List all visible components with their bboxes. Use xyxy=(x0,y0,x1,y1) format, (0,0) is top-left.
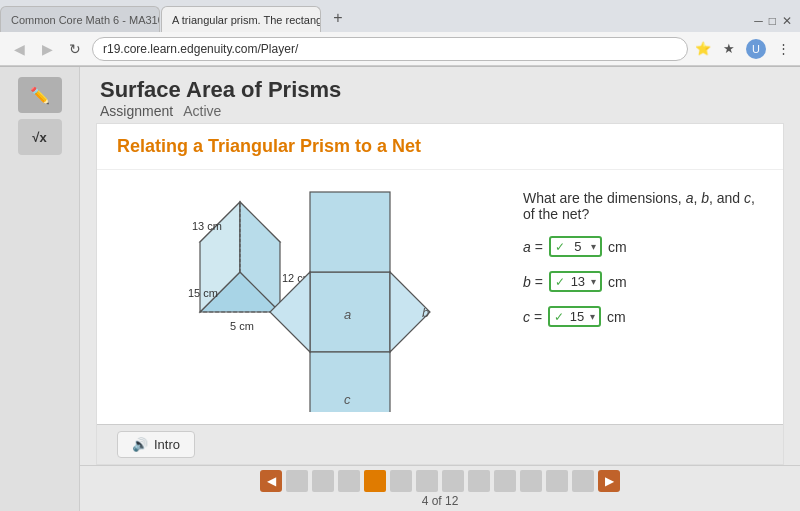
diagram-svg: 13 cm 12 cm 15 cm 5 cm xyxy=(170,182,450,412)
page: ✏️ √x Surface Area of Prisms Assignment … xyxy=(0,67,800,511)
dot-3[interactable] xyxy=(338,470,360,492)
label-a: a = xyxy=(523,239,543,255)
content-header: Surface Area of Prisms Assignment Active xyxy=(80,67,800,123)
card-title: Relating a Triangular Prism to a Net xyxy=(117,136,763,157)
svg-text:a: a xyxy=(344,307,351,322)
unit-a: cm xyxy=(608,239,627,255)
bottom-nav: ◀ ▶ 4 of 12 xyxy=(80,465,800,511)
pencil-tool[interactable]: ✏️ xyxy=(18,77,62,113)
forward-button[interactable]: ▶ xyxy=(36,38,58,60)
answer-row-c: c = ✓ 15 ▾ cm xyxy=(523,306,763,327)
main-content: Surface Area of Prisms Assignment Active… xyxy=(80,67,800,511)
prev-page-button[interactable]: ◀ xyxy=(260,470,282,492)
label-b: b = xyxy=(523,274,543,290)
question-text: What are the dimensions, a, b, and c, of… xyxy=(523,190,763,222)
answer-row-a: a = ✓ 5 ▾ cm xyxy=(523,236,763,257)
page-subtitle: Assignment Active xyxy=(100,103,780,119)
dropdown-c[interactable]: ▾ xyxy=(590,311,595,322)
tab-bar: Common Core Math 6 - MA310... ✕ A triang… xyxy=(0,0,800,32)
value-b: 13 xyxy=(569,274,587,289)
unit-b: cm xyxy=(608,274,627,290)
card-body: 13 cm 12 cm 15 cm 5 cm xyxy=(97,170,783,424)
sidebar: ✏️ √x xyxy=(0,67,80,511)
address-text: r19.core.learn.edgenuity.com/Player/ xyxy=(103,42,298,56)
check-b: ✓ xyxy=(555,275,565,289)
check-c: ✓ xyxy=(554,310,564,324)
active-badge: Active xyxy=(183,103,221,119)
close-window-button[interactable]: ✕ xyxy=(782,14,792,28)
back-button[interactable]: ◀ xyxy=(8,38,30,60)
maximize-button[interactable]: □ xyxy=(769,14,776,28)
dot-4[interactable] xyxy=(364,470,386,492)
page-count: 4 of 12 xyxy=(422,494,459,508)
svg-text:5 cm: 5 cm xyxy=(230,320,254,332)
tab-1[interactable]: Common Core Math 6 - MA310... ✕ xyxy=(0,6,160,32)
intro-button[interactable]: 🔊 Intro xyxy=(117,431,195,458)
extension-icon[interactable]: ⭐ xyxy=(694,40,712,58)
dropdown-b[interactable]: ▾ xyxy=(591,276,596,287)
profile-icon[interactable]: U xyxy=(746,39,766,59)
dot-7[interactable] xyxy=(442,470,464,492)
intro-label: Intro xyxy=(154,437,180,452)
answer-box-a[interactable]: ✓ 5 ▾ xyxy=(549,236,602,257)
new-tab-button[interactable]: + xyxy=(326,6,350,30)
refresh-button[interactable]: ↻ xyxy=(64,38,86,60)
dot-8[interactable] xyxy=(468,470,490,492)
menu-icon[interactable]: ⋮ xyxy=(774,40,792,58)
footer-bar: 🔊 Intro xyxy=(97,424,783,464)
minimize-button[interactable]: ─ xyxy=(754,14,763,28)
tab-2-label: A triangular prism. The rectang... xyxy=(172,14,321,26)
check-a: ✓ xyxy=(555,240,565,254)
tab-1-label: Common Core Math 6 - MA310... xyxy=(11,14,160,26)
svg-text:c: c xyxy=(344,392,351,407)
dot-6[interactable] xyxy=(416,470,438,492)
next-page-button[interactable]: ▶ xyxy=(598,470,620,492)
bookmark-icon[interactable]: ★ xyxy=(720,40,738,58)
svg-rect-11 xyxy=(310,192,390,272)
calculator-tool[interactable]: √x xyxy=(18,119,62,155)
answer-box-b[interactable]: ✓ 13 ▾ xyxy=(549,271,602,292)
dot-12[interactable] xyxy=(572,470,594,492)
page-dots: ◀ ▶ xyxy=(260,470,620,492)
tab-2[interactable]: A triangular prism. The rectang... ✕ xyxy=(161,6,321,32)
content-card: Relating a Triangular Prism to a Net xyxy=(96,123,784,465)
dropdown-a[interactable]: ▾ xyxy=(591,241,596,252)
dot-11[interactable] xyxy=(546,470,568,492)
unit-c: cm xyxy=(607,309,626,325)
address-bar[interactable]: r19.core.learn.edgenuity.com/Player/ xyxy=(92,37,688,61)
dot-9[interactable] xyxy=(494,470,516,492)
answer-row-b: b = ✓ 13 ▾ cm xyxy=(523,271,763,292)
label-c: c = xyxy=(523,309,542,325)
svg-text:13 cm: 13 cm xyxy=(192,220,222,232)
card-header: Relating a Triangular Prism to a Net xyxy=(97,124,783,170)
value-a: 5 xyxy=(569,239,587,254)
speaker-icon: 🔊 xyxy=(132,437,148,452)
diagram-area: 13 cm 12 cm 15 cm 5 cm xyxy=(117,180,503,414)
nav-bar: ◀ ▶ ↻ r19.core.learn.edgenuity.com/Playe… xyxy=(0,32,800,66)
browser-chrome: Common Core Math 6 - MA310... ✕ A triang… xyxy=(0,0,800,67)
svg-text:15 cm: 15 cm xyxy=(188,287,218,299)
question-area: What are the dimensions, a, b, and c, of… xyxy=(523,180,763,414)
dot-1[interactable] xyxy=(286,470,308,492)
svg-text:b: b xyxy=(422,305,429,320)
answer-box-c[interactable]: ✓ 15 ▾ xyxy=(548,306,601,327)
page-title: Surface Area of Prisms xyxy=(100,77,780,103)
dot-2[interactable] xyxy=(312,470,334,492)
value-c: 15 xyxy=(568,309,586,324)
dot-10[interactable] xyxy=(520,470,542,492)
assignment-label: Assignment xyxy=(100,103,173,119)
dot-5[interactable] xyxy=(390,470,412,492)
